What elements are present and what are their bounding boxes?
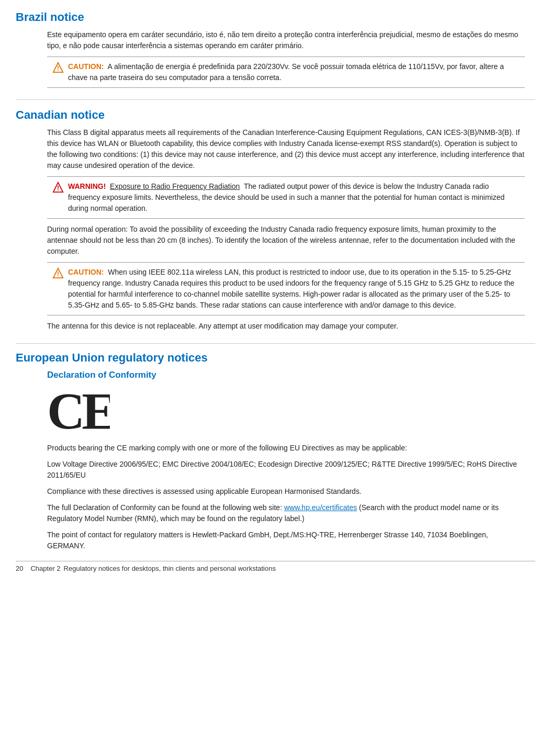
canadian-body3: The antenna for this device is not repla… (47, 321, 525, 332)
european-body5: The point of contact for regulatory matt… (47, 529, 525, 551)
warning-icon: ! (52, 182, 64, 193)
canadian-section: Canadian notice This Class B digital app… (16, 108, 535, 344)
brazil-section: Brazil notice Este equipamento opera em … (16, 10, 535, 100)
warning-underline-text: Exposure to Radio Frequency Radiation (110, 182, 240, 190)
caution-label: CAUTION: (68, 62, 104, 71)
ce-logo: CE (47, 387, 110, 434)
european-body4: The full Declaration of Conformity can b… (47, 502, 525, 524)
canadian-caution-block: ! CAUTION: When using IEEE 802.11a wirel… (47, 262, 525, 315)
european-body3: Compliance with these directives is asse… (47, 486, 525, 497)
canadian-body1: This Class B digital apparatus meets all… (47, 127, 525, 171)
svg-text:CE: CE (47, 387, 110, 434)
canadian-caution2-text: CAUTION: When using IEEE 802.11a wireles… (68, 267, 520, 311)
declaration-title: Declaration of Conformity (47, 370, 525, 380)
european-body1: Products bearing the CE marking comply w… (47, 443, 525, 454)
canadian-content: This Class B digital apparatus meets all… (16, 127, 535, 332)
footer-description: Regulatory notices for desktops, thin cl… (64, 565, 276, 572)
canadian-body2: During normal operation: To avoid the po… (47, 224, 525, 257)
declaration-content: Declaration of Conformity CE Products be… (16, 370, 535, 551)
european-body4-before: The full Declaration of Conformity can b… (47, 503, 284, 512)
ce-mark-container: CE (47, 387, 525, 435)
footer-chapter: Chapter 2 (30, 565, 60, 572)
caution-label-2: CAUTION: (68, 268, 104, 276)
brazil-caution-block: ! CAUTION: A alimentação de energia é pr… (47, 57, 525, 88)
caution-icon: ! (52, 62, 64, 73)
european-section: European Union regulatory notices Declar… (16, 351, 535, 551)
footer-page-number: 20 (16, 565, 23, 572)
svg-text:!: ! (57, 185, 59, 192)
svg-text:!: ! (57, 65, 59, 72)
brazil-content: Este equipamento opera em caráter secund… (16, 29, 535, 88)
caution-icon-2: ! (52, 267, 64, 279)
brazil-body1: Este equipamento opera em caráter secund… (47, 29, 525, 51)
brazil-caution-body: A alimentação de energia é predefinida p… (68, 62, 504, 82)
canadian-warning-block: ! WARNING! Exposure to Radio Frequency R… (47, 176, 525, 219)
brazil-title: Brazil notice (16, 10, 535, 24)
canadian-caution2-body: When using IEEE 802.11a wireless LAN, th… (68, 268, 514, 309)
european-body2: Low Voltage Directive 2006/95/EC; EMC Di… (47, 459, 525, 481)
european-title: European Union regulatory notices (16, 351, 535, 365)
svg-text:!: ! (57, 270, 59, 278)
footer: 20 Chapter 2 Regulatory notices for desk… (16, 561, 535, 572)
warning-label: WARNING! (68, 182, 106, 190)
brazil-caution-text: CAUTION: A alimentação de energia é pred… (68, 61, 520, 83)
canadian-title: Canadian notice (16, 108, 535, 122)
hp-certificates-link[interactable]: www.hp.eu/certificates (284, 503, 357, 512)
canadian-warning-text: WARNING! Exposure to Radio Frequency Rad… (68, 181, 520, 214)
